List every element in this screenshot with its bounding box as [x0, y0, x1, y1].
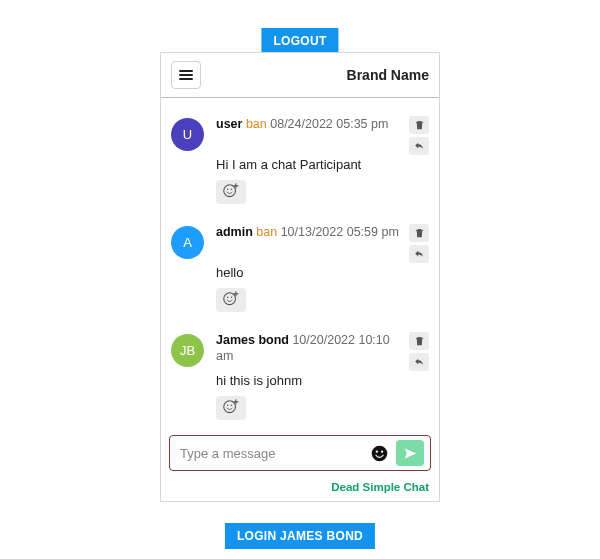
avatar: A: [171, 226, 204, 259]
smile-icon: [371, 445, 388, 462]
message-username: admin: [216, 225, 253, 239]
brand-name: Brand Name: [347, 67, 429, 83]
hamburger-icon: [179, 70, 193, 80]
composer-input-row: [169, 435, 431, 471]
messages-list[interactable]: Uuser ban 08/24/2022 05:35 pmHi I am a c…: [161, 98, 439, 429]
add-reaction-button[interactable]: [216, 288, 246, 312]
svg-point-12: [231, 404, 233, 406]
reply-icon: [413, 357, 425, 367]
svg-point-16: [376, 450, 378, 452]
reply-icon: [413, 249, 425, 259]
menu-button[interactable]: [171, 61, 201, 89]
message-input[interactable]: [180, 446, 363, 461]
svg-point-1: [227, 188, 229, 190]
reply-button[interactable]: [409, 245, 429, 263]
powered-by-link[interactable]: Dead Simple Chat: [331, 481, 429, 493]
trash-icon: [414, 119, 425, 131]
trash-icon: [414, 335, 425, 347]
delete-message-button[interactable]: [409, 116, 429, 134]
svg-point-15: [372, 445, 388, 461]
ban-link[interactable]: ban: [246, 117, 267, 131]
message-text: Hi I am a chat Participant: [216, 157, 429, 174]
svg-point-0: [224, 185, 236, 197]
svg-point-10: [224, 400, 236, 412]
avatar: JB: [171, 334, 204, 367]
login-button[interactable]: LOGIN JAMES BOND: [225, 523, 375, 549]
chat-panel: Brand Name Uuser ban 08/24/2022 05:35 pm…: [160, 52, 440, 502]
ban-link[interactable]: ban: [256, 225, 277, 239]
message-text: hi this is johnm: [216, 373, 429, 390]
svg-point-11: [227, 404, 229, 406]
message-row: Uuser ban 08/24/2022 05:35 pmHi I am a c…: [161, 108, 439, 216]
message-timestamp: 10/13/2022 05:59 pm: [281, 225, 399, 239]
composer: [161, 429, 439, 475]
footer: Dead Simple Chat: [161, 475, 439, 501]
delete-message-button[interactable]: [409, 332, 429, 350]
add-reaction-icon: [222, 397, 240, 419]
reply-button[interactable]: [409, 137, 429, 155]
message-meta: James bond 10/20/2022 10:10 am: [216, 332, 401, 365]
svg-point-5: [224, 293, 236, 305]
emoji-picker-button[interactable]: [371, 445, 388, 462]
chat-header: Brand Name: [161, 53, 439, 98]
add-reaction-button[interactable]: [216, 396, 246, 420]
message-row: Aadmin ban 10/13/2022 05:59 pmhello: [161, 216, 439, 324]
message-meta: admin ban 10/13/2022 05:59 pm: [216, 224, 401, 240]
avatar: U: [171, 118, 204, 151]
message-username: user: [216, 117, 242, 131]
logout-button[interactable]: LOGOUT: [261, 28, 338, 54]
send-button[interactable]: [396, 440, 424, 466]
svg-point-2: [231, 188, 233, 190]
trash-icon: [414, 227, 425, 239]
add-reaction-icon: [222, 181, 240, 203]
message-username: James bond: [216, 333, 289, 347]
send-icon: [403, 446, 418, 461]
svg-point-6: [227, 296, 229, 298]
message-meta: user ban 08/24/2022 05:35 pm: [216, 116, 401, 132]
svg-point-17: [381, 450, 383, 452]
message-timestamp: 08/24/2022 05:35 pm: [270, 117, 388, 131]
message-row: JBJames bond 10/20/2022 10:10 amhi this …: [161, 324, 439, 429]
reply-icon: [413, 141, 425, 151]
message-text: hello: [216, 265, 429, 282]
svg-point-7: [231, 296, 233, 298]
delete-message-button[interactable]: [409, 224, 429, 242]
add-reaction-icon: [222, 289, 240, 311]
reply-button[interactable]: [409, 353, 429, 371]
add-reaction-button[interactable]: [216, 180, 246, 204]
